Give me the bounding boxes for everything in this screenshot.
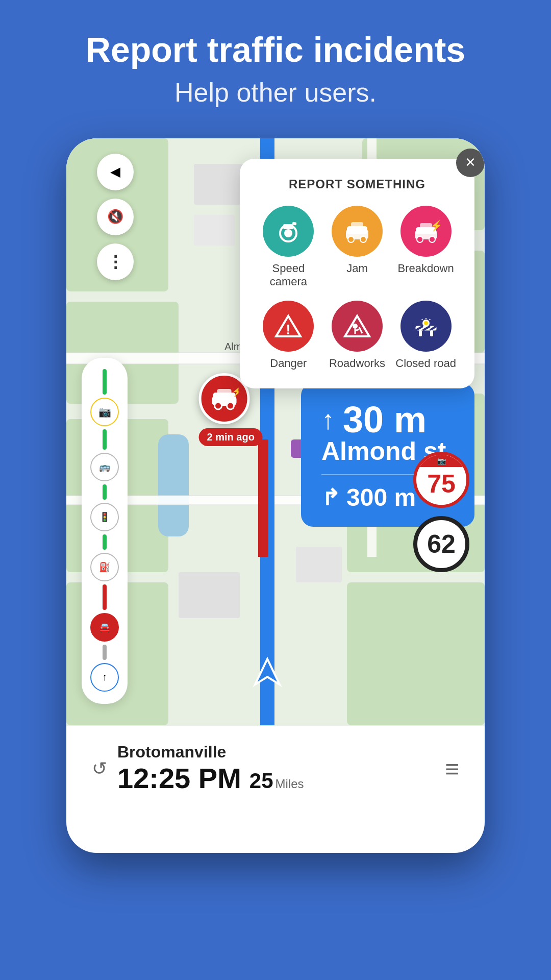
report-dialog-title: REPORT SOMETHING <box>258 177 456 191</box>
breakdown-icon: ⚡ <box>400 206 452 257</box>
svg-point-33 <box>284 229 292 237</box>
jam-label: Jam <box>346 262 368 275</box>
svg-point-44 <box>429 236 435 242</box>
svg-line-64 <box>430 319 430 320</box>
report-item-speed-camera[interactable]: Speed camera <box>258 206 319 288</box>
report-item-breakdown[interactable]: ⚡ Breakdown <box>395 206 456 288</box>
header-subtitle: Help other users. <box>20 77 531 108</box>
destination-label: Brotomanville <box>117 743 304 762</box>
svg-rect-17 <box>258 439 268 557</box>
roadworks-icon <box>332 301 383 352</box>
map-area: ▲ ▲ ▲ Almond Rd N Mill Rd Hampton... ◀ 🔇… <box>66 138 485 725</box>
roadworks-label: Roadworks <box>329 357 385 370</box>
panel-bar-gray <box>103 645 107 660</box>
svg-rect-8 <box>158 434 189 536</box>
camera-speed-sign: 📷 75 <box>413 452 469 508</box>
header: Report traffic incidents Help other user… <box>0 0 551 128</box>
mute-button[interactable]: 🔇 <box>97 199 134 235</box>
svg-rect-25 <box>194 164 245 205</box>
menu-button[interactable]: ⋮ <box>97 243 134 280</box>
camera-speed-value: 75 <box>427 469 456 499</box>
bottom-bar: ↺ Brotomanville 12:25 PM 25Miles ≡ <box>66 725 485 812</box>
nav-distance-main: ↑ 30 m <box>321 399 454 440</box>
report-dialog: ✕ REPORT SOMETHING Speed camera <box>240 159 474 388</box>
svg-text:⚡: ⚡ <box>430 219 440 232</box>
svg-point-43 <box>417 236 423 242</box>
panel-icon-navigate: ↑ <box>90 663 119 692</box>
svg-rect-7 <box>347 582 485 725</box>
report-item-jam[interactable]: Jam <box>327 206 388 288</box>
svg-rect-60 <box>430 330 433 336</box>
report-item-roadworks[interactable]: Roadworks <box>327 301 388 370</box>
closed-road-label: Closed road <box>395 357 456 370</box>
svg-point-50 <box>353 324 358 329</box>
svg-point-38 <box>348 236 354 242</box>
svg-line-65 <box>422 319 422 320</box>
road-speed-value: 62 <box>427 529 456 559</box>
svg-rect-26 <box>194 215 235 246</box>
svg-rect-40 <box>351 222 363 227</box>
danger-icon: ! <box>263 301 314 352</box>
svg-line-53 <box>359 327 362 333</box>
breakdown-label: Breakdown <box>398 262 454 275</box>
svg-text:!: ! <box>286 322 291 337</box>
refresh-icon[interactable]: ↺ <box>92 758 107 779</box>
distance-value: 25Miles <box>249 769 304 793</box>
svg-point-62 <box>424 321 428 325</box>
road-speed-sign: 62 <box>413 516 469 572</box>
svg-rect-70 <box>217 389 232 394</box>
svg-rect-59 <box>419 330 422 336</box>
svg-text:⚡: ⚡ <box>232 386 239 397</box>
map-controls: ◀ 🔇 ⋮ <box>97 154 134 280</box>
svg-rect-34 <box>283 224 293 229</box>
danger-label: Danger <box>270 357 307 370</box>
bottom-info: Brotomanville 12:25 PM 25Miles <box>117 743 304 795</box>
svg-rect-30 <box>296 547 342 582</box>
route-panel: 📷 🚌 🚦 ⛽ 🚘 ↑ <box>82 358 128 704</box>
speed-camera-label: Speed camera <box>258 262 319 288</box>
closed-road-icon <box>400 301 452 352</box>
report-item-closed-road[interactable]: Closed road <box>395 301 456 370</box>
svg-rect-37 <box>347 226 367 234</box>
panel-icon-camera: 📷 <box>90 398 119 426</box>
panel-bar-green2 <box>103 429 107 450</box>
panel-icon-traffic: 🚦 <box>90 503 119 531</box>
speed-limits: 📷 75 62 <box>413 452 469 572</box>
panel-icon-fuel: ⛽ <box>90 553 119 581</box>
report-item-danger[interactable]: ! Danger <box>258 301 319 370</box>
svg-rect-29 <box>179 572 240 618</box>
panel-bar-green1 <box>103 369 107 395</box>
svg-point-39 <box>360 236 366 242</box>
panel-icon-bus: 🚌 <box>90 453 119 481</box>
bottom-left: ↺ Brotomanville 12:25 PM 25Miles <box>92 743 304 795</box>
close-button[interactable]: ✕ <box>456 149 485 177</box>
arrival-time: 12:25 PM <box>117 762 241 795</box>
speed-camera-icon <box>263 206 314 257</box>
header-title: Report traffic incidents <box>20 31 531 69</box>
distance-unit: Miles <box>276 777 304 791</box>
panel-icon-breakdown: 🚘 <box>90 613 119 642</box>
bottom-menu-icon[interactable]: ≡ <box>445 755 459 783</box>
svg-point-69 <box>227 402 234 409</box>
jam-icon <box>332 206 383 257</box>
panel-bar-green4 <box>103 534 107 550</box>
phone-frame: ▲ ▲ ▲ Almond Rd N Mill Rd Hampton... ◀ 🔇… <box>66 138 485 853</box>
panel-bar-green3 <box>103 484 107 500</box>
svg-point-68 <box>215 402 222 409</box>
breakdown-time: 2 min ago <box>199 428 263 446</box>
direction-button[interactable]: ◀ <box>97 154 134 190</box>
report-grid: Speed camera Jam <box>258 206 456 370</box>
panel-bar-red <box>103 584 107 610</box>
